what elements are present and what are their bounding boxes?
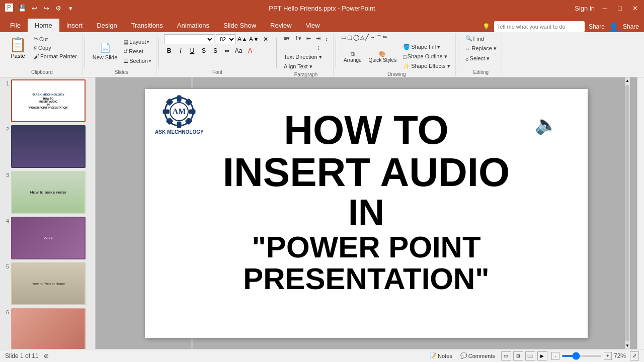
format-painter-button[interactable]: 🖌 Format Painter	[32, 52, 79, 60]
tab-transitions[interactable]: Transitions	[124, 19, 170, 32]
new-slide-button[interactable]: 📄 New Slide	[90, 41, 120, 62]
reset-button[interactable]: ↺ Reset	[121, 47, 153, 56]
undo-button[interactable]: ↩	[29, 3, 39, 13]
slide-item-3[interactable]: 3 How to make water	[2, 171, 93, 214]
slide-thumb-6[interactable]	[11, 308, 86, 349]
shape-commands: 🪣 Shape Fill ▾ □ Shape Outline ▾ ✨ Shape…	[401, 43, 452, 70]
slide-thumb-4[interactable]: WHY	[11, 217, 86, 259]
slide-item-5[interactable]: 5 How to Print at Home	[2, 262, 93, 305]
slide-item-2[interactable]: 2	[2, 125, 93, 168]
tab-home[interactable]: Home	[28, 19, 59, 32]
quick-styles-button[interactable]: 🎨 Quick Styles	[366, 49, 399, 64]
clear-format-button[interactable]: ✕	[261, 34, 271, 44]
close-button[interactable]: ✕	[630, 3, 640, 13]
section-icon: ☰	[123, 58, 128, 64]
slide-sorter-btn[interactable]: ⊞	[513, 351, 523, 360]
rounded-rect[interactable]: ▢	[347, 34, 352, 42]
cut-button[interactable]: ✂ Cut	[32, 35, 79, 43]
share-label[interactable]: Share	[623, 23, 639, 30]
decrease-indent-button[interactable]: ⇤	[304, 34, 313, 43]
shape-outline-button[interactable]: □ Shape Outline ▾	[401, 52, 452, 61]
arrow-shape[interactable]: →	[370, 34, 375, 42]
comments-button[interactable]: 💬 Comments	[458, 351, 497, 360]
layout-button[interactable]: ▤ Layout ▾	[121, 38, 153, 46]
normal-view-btn[interactable]: ▭	[501, 351, 511, 360]
fit-slide-btn[interactable]: ⤢	[630, 351, 639, 360]
slide-item-4[interactable]: 4 WHY	[2, 217, 93, 259]
save-button[interactable]: 💾	[17, 3, 27, 13]
tab-view[interactable]: View	[299, 19, 327, 32]
replace-button[interactable]: ↔ Replace ▾	[463, 44, 499, 53]
tab-file[interactable]: File	[3, 19, 28, 32]
tab-animations[interactable]: Animations	[170, 19, 216, 32]
shape-effects-button[interactable]: ✨ Shape Effects ▾	[401, 62, 452, 70]
slide-item-1[interactable]: 1 ⚙ ASK MECHNOLOGY HOW TO INSERT AUDIO I…	[2, 79, 93, 122]
triangle-shape[interactable]: △	[360, 34, 364, 42]
strikethrough-button[interactable]: S	[199, 46, 209, 56]
line-shape[interactable]: ╱	[365, 34, 369, 42]
maximize-button[interactable]: □	[615, 3, 625, 13]
section-button[interactable]: ☰ Section ▾	[121, 57, 153, 65]
arrange-button[interactable]: ⧉ Arrange	[341, 49, 364, 64]
copy-button[interactable]: ⎘ Copy	[32, 44, 79, 52]
font-color-button[interactable]: A	[245, 46, 255, 56]
search-box[interactable]	[494, 21, 585, 32]
font-name-select[interactable]	[164, 34, 214, 44]
align-center-button[interactable]: ≡	[290, 44, 297, 52]
oval-shape[interactable]: ◯	[353, 34, 359, 42]
slide-thumb-1[interactable]: ⚙ ASK MECHNOLOGY HOW TO INSERT AUDIO IN …	[11, 79, 86, 122]
select-button[interactable]: ⌕ Select ▾	[463, 54, 499, 63]
signin-button[interactable]: Sign in	[575, 5, 595, 12]
more-button[interactable]: ▾	[65, 3, 75, 13]
tab-design[interactable]: Design	[90, 19, 124, 32]
freeform-shape[interactable]: ✏	[383, 34, 387, 42]
justify-button[interactable]: ≡	[306, 44, 313, 52]
bold-button[interactable]: B	[164, 46, 174, 56]
char-spacing-button[interactable]: ⇔	[222, 46, 232, 56]
tab-review[interactable]: Review	[263, 19, 299, 32]
scroll-thumb[interactable]	[625, 85, 629, 341]
curve-shape[interactable]: ⌒	[376, 34, 382, 42]
bullets-button[interactable]: ≡▾	[282, 34, 292, 43]
slide-thumb-3[interactable]: How to make water	[11, 171, 86, 214]
shape-fill-button[interactable]: 🪣 Shape Fill ▾	[401, 43, 452, 51]
increase-font-button[interactable]: A▲	[237, 34, 248, 44]
align-right-button[interactable]: ≡	[298, 44, 305, 52]
slide-thumb-5[interactable]: How to Print at Home	[11, 262, 86, 305]
line-spacing-button[interactable]: ↕	[324, 35, 331, 43]
text-direction-button[interactable]: Text Direction ▾	[282, 53, 324, 61]
scroll-down-btn[interactable]: ▼	[624, 342, 630, 349]
zoom-in-btn[interactable]: +	[604, 352, 612, 360]
rect-shape[interactable]: ▭	[341, 34, 346, 42]
slide-thumb-2[interactable]	[11, 125, 86, 168]
slideshow-view-btn[interactable]: ▶	[537, 351, 547, 360]
numbering-button[interactable]: 1▾	[293, 34, 303, 43]
scroll-up-btn[interactable]: ▲	[624, 77, 630, 84]
zoom-out-btn[interactable]: -	[551, 352, 559, 360]
font-size-select[interactable]: 82	[216, 34, 236, 44]
text-shadow-button[interactable]: S	[210, 46, 220, 56]
share-button[interactable]: Share	[589, 23, 605, 30]
redo-button[interactable]: ↪	[41, 3, 51, 13]
decrease-font-button[interactable]: A▼	[249, 34, 259, 44]
minimize-button[interactable]: ─	[600, 3, 610, 13]
italic-button[interactable]: I	[176, 46, 186, 56]
paste-button[interactable]: 📋 Paste	[5, 34, 31, 61]
columns-button[interactable]: ⫶	[315, 44, 322, 52]
reading-view-btn[interactable]: 📖	[525, 351, 535, 360]
zoom-level[interactable]: 72%	[614, 352, 626, 359]
align-left-button[interactable]: ≡	[282, 44, 289, 52]
tab-insert[interactable]: Insert	[59, 19, 90, 32]
customize-qat-button[interactable]: ⚙	[53, 3, 63, 13]
slide-item-6[interactable]: 6	[2, 308, 93, 349]
increase-indent-button[interactable]: ⇥	[314, 34, 323, 43]
find-button[interactable]: 🔍 Find	[463, 34, 499, 43]
zoom-slider[interactable]	[561, 355, 602, 357]
align-text-button[interactable]: Align Text ▾	[282, 62, 314, 71]
tab-slideshow[interactable]: Slide Show	[216, 19, 263, 32]
right-scrollbar[interactable]: ▲ ▼	[625, 77, 630, 349]
notes-button[interactable]: 📝 Notes	[428, 351, 454, 360]
audio-icon[interactable]: 🔈	[535, 114, 557, 135]
change-case-button[interactable]: Aa	[233, 46, 244, 56]
underline-button[interactable]: U	[187, 46, 197, 56]
